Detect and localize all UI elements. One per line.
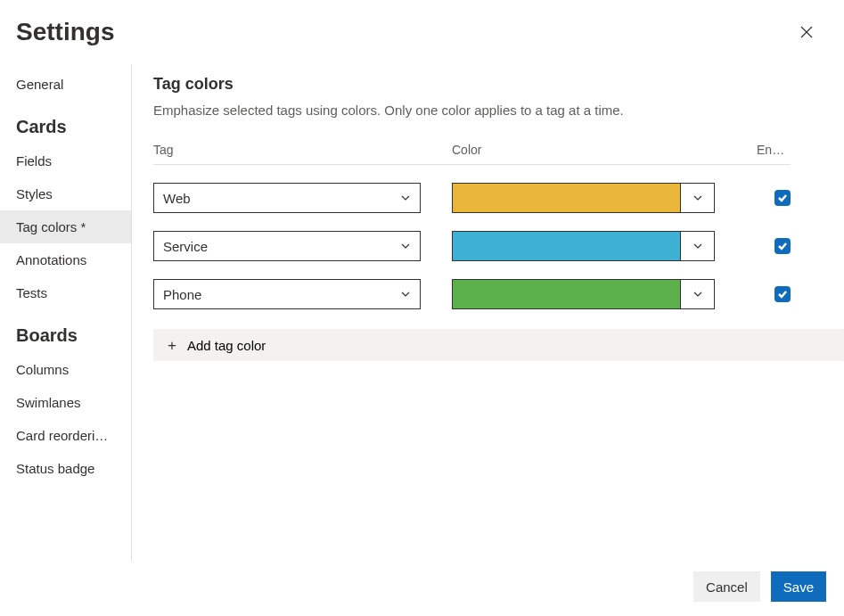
- col-header-color: Color: [452, 143, 719, 157]
- tag-select[interactable]: Web: [153, 183, 421, 213]
- enabled-checkbox[interactable]: [774, 238, 791, 254]
- table-row: Web: [153, 183, 844, 213]
- table-header: Tag Color Ena…: [153, 143, 844, 157]
- save-button[interactable]: Save: [771, 571, 826, 602]
- tag-select[interactable]: Service: [153, 231, 421, 261]
- color-swatch: [453, 280, 680, 308]
- close-button[interactable]: [794, 20, 819, 45]
- table-row: Service: [153, 231, 844, 261]
- tag-select[interactable]: Phone: [153, 279, 421, 309]
- tag-select-value: Phone: [163, 287, 201, 302]
- sidebar-item-status-badge[interactable]: Status badge: [0, 452, 131, 485]
- page-title: Settings: [16, 18, 114, 46]
- sidebar-item-swimlanes[interactable]: Swimlanes: [0, 386, 131, 419]
- sidebar-item-tag-colors[interactable]: Tag colors *: [0, 210, 131, 243]
- panel-subtitle: Emphasize selected tags using colors. On…: [153, 103, 844, 118]
- chevron-down-icon: [400, 193, 411, 203]
- color-swatch: [453, 232, 680, 260]
- enabled-checkbox[interactable]: [774, 286, 791, 302]
- tag-select-value: Web: [163, 191, 191, 206]
- sidebar-item-annotations[interactable]: Annotations: [0, 243, 131, 276]
- cancel-button[interactable]: Cancel: [693, 571, 760, 602]
- sidebar: General Cards Fields Styles Tag colors *…: [0, 64, 132, 561]
- dialog-footer: Cancel Save: [0, 561, 844, 616]
- sidebar-item-fields[interactable]: Fields: [0, 144, 131, 177]
- chevron-down-icon: [692, 241, 703, 251]
- add-tag-color-label: Add tag color: [187, 338, 266, 353]
- settings-dialog: Settings General Cards Fields Styles Tag…: [0, 0, 844, 616]
- panel-title: Tag colors: [153, 75, 844, 94]
- color-select[interactable]: [452, 279, 715, 309]
- color-select-toggle[interactable]: [680, 184, 714, 212]
- close-icon: [799, 25, 814, 39]
- chevron-down-icon: [692, 193, 703, 203]
- sidebar-item-styles[interactable]: Styles: [0, 177, 131, 210]
- chevron-down-icon: [692, 289, 703, 300]
- col-header-enabled: Ena…: [757, 143, 791, 157]
- sidebar-item-tests[interactable]: Tests: [0, 276, 131, 309]
- color-select[interactable]: [452, 183, 715, 213]
- color-select-toggle[interactable]: [680, 232, 714, 260]
- color-select-toggle[interactable]: [680, 280, 714, 308]
- color-select[interactable]: [452, 231, 715, 261]
- tag-select-value: Service: [163, 239, 208, 254]
- sidebar-item-general[interactable]: General: [0, 71, 131, 101]
- chevron-down-icon: [400, 289, 411, 300]
- main-panel: Tag colors Emphasize selected tags using…: [132, 64, 844, 561]
- sidebar-item-columns[interactable]: Columns: [0, 353, 131, 386]
- add-tag-color-button[interactable]: + Add tag color: [153, 329, 844, 361]
- sidebar-section-boards: Boards: [0, 309, 131, 353]
- tag-color-rows: WebServicePhone: [153, 165, 844, 309]
- dialog-body: General Cards Fields Styles Tag colors *…: [0, 46, 844, 561]
- dialog-header: Settings: [0, 0, 844, 46]
- col-header-tag: Tag: [153, 143, 452, 157]
- table-row: Phone: [153, 279, 844, 309]
- color-swatch: [453, 184, 680, 212]
- enabled-checkbox[interactable]: [774, 190, 791, 206]
- sidebar-item-card-reordering[interactable]: Card reorderi…: [0, 419, 131, 452]
- chevron-down-icon: [400, 241, 411, 251]
- sidebar-section-cards: Cards: [0, 101, 131, 144]
- plus-icon: +: [168, 338, 176, 353]
